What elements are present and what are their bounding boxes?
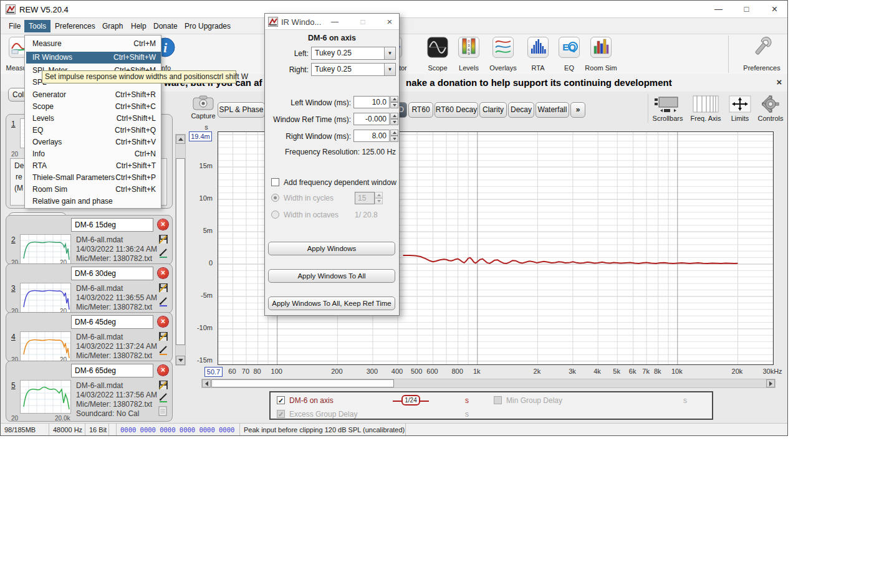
eq-icon: EQ <box>559 37 580 58</box>
capture-button[interactable]: Capture <box>189 95 218 123</box>
y-tick-label: 5m <box>159 227 213 234</box>
toolbar-levels-label: Levels <box>453 64 484 72</box>
right-window-type-select[interactable]: Tukey 0.25 ▼ <box>311 63 396 76</box>
trace-pen-icon[interactable] <box>158 392 168 404</box>
menu-graph[interactable]: Graph <box>98 20 127 32</box>
dialog-close-button[interactable]: × <box>379 14 400 30</box>
x-tick-label: 8k <box>654 368 661 375</box>
delete-measurement-icon[interactable]: × <box>158 365 168 376</box>
scrollbar-thumb[interactable] <box>211 379 394 387</box>
measurement-card-2[interactable]: × 2 20 20 DM-6-all.mdat 14/03/2022 11:36… <box>6 215 173 265</box>
x-tick-label: 70 <box>242 368 249 375</box>
toolbar-rta-button[interactable]: RTA <box>524 36 552 73</box>
menu-item-measure[interactable]: MeasureCtrl+M <box>26 38 161 50</box>
width-octaves-label: Width in octaves <box>284 211 339 219</box>
scroll-left-icon[interactable] <box>202 379 211 387</box>
measurement-name-input[interactable] <box>71 218 153 232</box>
tab-decay[interactable]: Decay <box>508 102 534 118</box>
right-window-spinner[interactable] <box>390 130 398 142</box>
controls-button[interactable]: Controls <box>755 95 786 122</box>
menu-file[interactable]: File <box>4 20 25 32</box>
document-icon[interactable] <box>158 406 167 418</box>
measurement-name-input[interactable] <box>71 267 153 280</box>
tab-spl-phase[interactable]: SPL & Phase <box>218 102 265 118</box>
toolbar-eq-button[interactable]: EQ EQ <box>555 36 583 73</box>
menu-preferences[interactable]: Preferences <box>50 20 100 32</box>
measurement-name-input[interactable] <box>71 364 153 377</box>
toolbar-overlays-label: Overlays <box>486 64 521 72</box>
ir-windows-dialog[interactable]: IR Windo... — □ × DM-6 on axis Left: Tuk… <box>264 13 400 316</box>
tab-rt60[interactable]: RT60 <box>408 102 433 118</box>
min-group-delay-checkbox[interactable] <box>494 396 502 404</box>
menu-item-eq[interactable]: EQCtrl+Shift+Q <box>26 125 161 136</box>
measurement-name-input[interactable] <box>71 315 153 329</box>
menu-item-room-sim[interactable]: Room SimCtrl+Shift+K <box>26 184 161 196</box>
measurement-mic: Mic/Meter: 1380782.txt <box>76 351 152 360</box>
ref-time-input[interactable]: -0.000 <box>353 113 390 125</box>
left-window-spinner[interactable] <box>390 96 398 108</box>
measurement-card-5[interactable]: × 5 20 20.0k DM-6-all.mdat 14/03/2022 11… <box>6 361 173 422</box>
menu-item-info[interactable]: InfoCtrl+N <box>26 148 161 160</box>
toolbar-overlays-button[interactable]: Overlays <box>486 36 521 73</box>
tools-menu-popup: MeasureCtrl+M IR WindowsCtrl+Shift+W SPL… <box>24 35 161 209</box>
menu-item-rta[interactable]: RTACtrl+Shift+T <box>26 160 161 172</box>
close-button[interactable]: × <box>761 1 788 18</box>
left-window-input[interactable]: 10.0 <box>353 96 390 108</box>
menu-item-ir-windows[interactable]: IR WindowsCtrl+Shift+W <box>26 52 161 64</box>
menu-item-levels[interactable]: LevelsCtrl+Shift+L <box>26 113 161 125</box>
right-window-input[interactable]: 8.00 <box>353 130 390 142</box>
fdw-checkbox[interactable] <box>271 178 279 186</box>
scrollbars-button[interactable]: Scrollbars <box>650 95 685 122</box>
toolbar-preferences-button[interactable]: Preferences <box>740 36 784 73</box>
toolbar-room-sim-button[interactable]: Room Sim <box>584 36 618 73</box>
toolbar-levels-button[interactable]: 0 3 6 9 Levels <box>453 36 484 73</box>
maximize-button[interactable]: □ <box>732 1 761 18</box>
ref-time-spinner[interactable] <box>390 113 398 125</box>
dialog-minimize-button[interactable]: — <box>324 14 345 30</box>
menu-item-thiele-small[interactable]: Thiele-Small ParametersCtrl+Shift+P <box>26 172 161 184</box>
apply-windows-keep-ref-button[interactable]: Apply Windows To All, Keep Ref Time <box>268 296 395 310</box>
dialog-title: IR Windo... <box>281 17 321 27</box>
menu-item-overlays[interactable]: OverlaysCtrl+Shift+V <box>26 136 161 148</box>
y-axis-tick-labels: 15m10m5m0-5m-10m-15m <box>159 131 213 365</box>
apply-windows-button[interactable]: Apply Windows <box>268 242 395 255</box>
measurement-mic: Mic/Meter: 1380782.txt <box>76 303 152 311</box>
measurement-file: DM-6-all.mdat <box>76 235 123 244</box>
width-cycles-label: Width in cycles <box>284 194 334 202</box>
apply-windows-to-all-button[interactable]: Apply Windows To All <box>268 269 395 283</box>
menu-item-generator[interactable]: GeneratorCtrl+Shift+R <box>26 89 161 101</box>
x-tick-label: 60 <box>228 368 236 375</box>
minimize-button[interactable]: — <box>704 1 732 18</box>
left-window-type-select[interactable]: Tukey 0.25 ▼ <box>311 47 396 60</box>
x-tick-label: 300 <box>367 368 378 375</box>
save-icon[interactable] <box>158 380 168 392</box>
tab-clarity[interactable]: Clarity <box>479 102 507 118</box>
chevron-down-icon[interactable]: ▼ <box>384 64 395 75</box>
menu-tools[interactable]: Tools <box>24 20 50 32</box>
x-tick-label: 20k <box>732 368 743 375</box>
menu-item-relative-gain[interactable]: Relative gain and phase <box>26 196 161 207</box>
menu-donate[interactable]: Donate <box>149 20 182 32</box>
menu-pro-upgrades[interactable]: Pro Upgrades <box>180 20 235 32</box>
tab-overflow-chevron[interactable]: » <box>570 102 585 118</box>
menu-help[interactable]: Help <box>127 20 151 32</box>
ir-windows-tooltip: Set impulse response window widths and p… <box>42 70 236 83</box>
toolbar-scope-button[interactable]: Scope <box>422 36 453 73</box>
chevron-down-icon[interactable]: ▼ <box>384 47 395 59</box>
scroll-right-icon[interactable] <box>766 379 775 387</box>
banner-close-icon[interactable]: × <box>774 77 785 88</box>
graph-h-scrollbar[interactable] <box>201 379 776 388</box>
freq-axis-button[interactable]: Freq. Axis <box>688 95 724 122</box>
dialog-title-bar[interactable]: IR Windo... — □ × <box>265 14 399 30</box>
tab-waterfall[interactable]: Waterfall <box>536 102 569 118</box>
menu-item-scope[interactable]: ScopeCtrl+Shift+C <box>26 101 161 113</box>
trace-checkbox[interactable]: ✓ <box>277 396 285 404</box>
limits-button[interactable]: Limits <box>726 95 754 122</box>
fdw-label: Add frequency dependent window <box>284 178 396 187</box>
measurement-card-4[interactable]: × 4 20 20 DM-6-all.mdat 14/03/2022 11:37… <box>6 312 173 362</box>
excess-group-delay-checkbox[interactable]: ✓ <box>277 410 285 418</box>
measurement-mic: Mic/Meter: 1380782.txt <box>76 400 152 409</box>
measurement-card-3[interactable]: × 3 20 20 DM-6-all.mdat 14/03/2022 11:36… <box>6 263 173 313</box>
tab-rt60-decay[interactable]: RT60 Decay <box>435 102 478 118</box>
smoothing-badge[interactable]: 1/24 <box>401 395 420 405</box>
